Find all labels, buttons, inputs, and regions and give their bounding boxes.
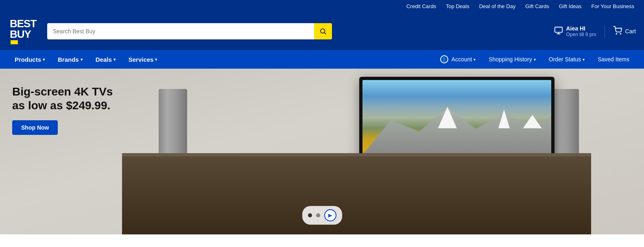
store-details: Aiea HI Open till 9 pm <box>566 25 596 37</box>
play-icon: ▶ <box>328 212 332 218</box>
header-divider <box>605 25 605 37</box>
credit-cards-link[interactable]: Credit Cards <box>406 3 436 9</box>
nav-item-products[interactable]: Products ▾ <box>8 51 51 68</box>
search-input[interactable] <box>47 23 332 39</box>
services-chevron-icon: ▾ <box>155 57 157 62</box>
main-header: BESTBUY Aiea HI Open ti <box>0 13 644 50</box>
logo[interactable]: BESTBUY <box>8 17 41 46</box>
svg-rect-2 <box>554 27 562 32</box>
svg-point-5 <box>616 33 617 34</box>
mountain-graphic <box>362 96 551 155</box>
svg-line-1 <box>324 32 325 34</box>
store-name: Aiea HI <box>566 25 596 32</box>
shop-now-button[interactable]: Shop Now <box>12 120 58 135</box>
search-button[interactable] <box>314 23 332 39</box>
order-status-chevron-icon: ▾ <box>583 57 585 62</box>
brands-chevron-icon: ▾ <box>81 57 83 62</box>
nav-bar: Products ▾ Brands ▾ Deals ▾ Services ▾ 👤… <box>0 50 644 69</box>
top-deals-link[interactable]: Top Deals <box>446 3 469 9</box>
entertainment-cabinet <box>122 153 591 234</box>
location-icon <box>554 26 563 35</box>
hero-banner: Big-screen 4K TVs as low as $249.99. Sho… <box>0 69 644 234</box>
carousel-play-button[interactable]: ▶ <box>324 209 336 221</box>
deals-chevron-icon: ▾ <box>114 57 116 62</box>
nav-item-services[interactable]: Services ▾ <box>122 51 164 68</box>
nav-item-deals[interactable]: Deals ▾ <box>89 51 122 68</box>
store-info[interactable]: Aiea HI Open till 9 pm <box>554 25 596 37</box>
store-hours: Open till 9 pm <box>566 32 596 37</box>
gift-cards-link[interactable]: Gift Cards <box>525 3 549 9</box>
deal-of-the-day-link[interactable]: Deal of the Day <box>479 3 516 9</box>
cart-icon <box>613 26 623 37</box>
search-icon <box>319 28 327 35</box>
nav-item-order-status[interactable]: Order Status ▾ <box>542 51 591 67</box>
logo-text: BESTBUY <box>10 18 36 39</box>
nav-item-brands[interactable]: Brands ▾ <box>51 51 89 68</box>
nav-right: 👤 Account ▾ Shopping History ▾ Order Sta… <box>434 50 636 68</box>
products-chevron-icon: ▾ <box>43 57 45 62</box>
cart-area[interactable]: Cart <box>613 26 636 37</box>
svg-point-6 <box>620 33 621 34</box>
nav-item-saved-items[interactable]: Saved Items <box>591 51 636 67</box>
cabinet-top <box>122 153 591 156</box>
carousel-dot-2[interactable] <box>316 213 320 217</box>
logo-tag <box>11 40 18 44</box>
for-your-business-link[interactable]: For Your Business <box>591 3 634 9</box>
header-right: Aiea HI Open till 9 pm Cart <box>554 25 636 37</box>
hero-content: Big-screen 4K TVs as low as $249.99. Sho… <box>0 69 138 234</box>
carousel-dot-1[interactable] <box>308 213 312 217</box>
nav-left: Products ▾ Brands ▾ Deals ▾ Services ▾ <box>8 51 164 68</box>
hero-headline: Big-screen 4K TVs as low as $249.99. <box>12 85 126 112</box>
nav-item-account[interactable]: 👤 Account ▾ <box>434 50 482 68</box>
carousel-controls: ▶ <box>302 206 342 225</box>
account-chevron-icon: ▾ <box>474 57 476 62</box>
utility-bar: Credit Cards Top Deals Deal of the Day G… <box>0 0 644 13</box>
cart-label: Cart <box>625 28 636 35</box>
cart-svg-icon <box>613 26 623 35</box>
account-icon: 👤 <box>440 55 448 63</box>
store-icon <box>554 26 563 37</box>
search-container <box>47 23 332 39</box>
nav-item-shopping-history[interactable]: Shopping History ▾ <box>482 51 542 67</box>
shopping-history-chevron-icon: ▾ <box>534 57 536 62</box>
gift-ideas-link[interactable]: Gift Ideas <box>559 3 582 9</box>
